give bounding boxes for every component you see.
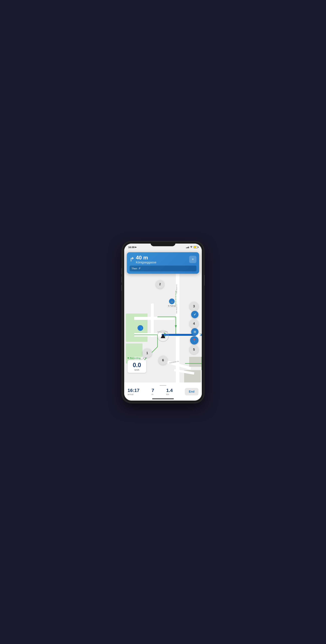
nav-banner-sub: Then ↱ bbox=[130, 266, 196, 272]
signal-bar-2 bbox=[187, 247, 187, 248]
nav-list-button[interactable]: ≡ bbox=[189, 256, 196, 263]
speed-value: 0.0 bbox=[130, 362, 143, 368]
phone-screen: Otto-Bauer-G. Otto-Bauer-G. Königseggass… bbox=[124, 244, 202, 400]
wifi-icon bbox=[190, 246, 193, 248]
nav-distance: 40 m bbox=[136, 254, 156, 261]
signal-bar-3 bbox=[188, 247, 188, 248]
layers-button[interactable]: ⊞ bbox=[191, 328, 198, 336]
recording-dot bbox=[128, 357, 129, 359]
km-unit: km bbox=[166, 393, 169, 396]
nav-banner-main: ↱ 40 m Königseggasse ≡ bbox=[130, 254, 196, 264]
status-icons bbox=[186, 246, 198, 248]
location-arrow-icon bbox=[161, 334, 165, 338]
nav-direction: ↱ 40 m Königseggasse bbox=[130, 254, 156, 264]
restroom-poi: 👥 bbox=[138, 325, 143, 331]
bottom-bar: 16:17 arrival 7 m 1.4 km End bbox=[124, 382, 202, 400]
arrival-time-item: 16:17 arrival bbox=[128, 388, 140, 396]
svg-point-31 bbox=[191, 248, 192, 248]
end-button[interactable]: End bbox=[185, 388, 198, 396]
distance-unit: m bbox=[152, 393, 153, 396]
battery-icon bbox=[194, 246, 198, 248]
map-area: Otto-Bauer-G. Otto-Bauer-G. Königseggass… bbox=[124, 244, 202, 400]
signal-bar-4 bbox=[188, 246, 189, 248]
km-item: 1.4 km bbox=[166, 388, 173, 396]
home-indicator bbox=[152, 398, 174, 399]
distance-item: 7 m bbox=[152, 388, 154, 396]
speed-unit: km/h bbox=[130, 368, 143, 371]
checkmark-button[interactable]: ✓ bbox=[191, 311, 198, 318]
add-poi-icon: 📍 bbox=[192, 338, 196, 342]
then-label: Then bbox=[132, 267, 137, 270]
time-display: 16:09 bbox=[128, 246, 134, 248]
circle-btn-5-label: 5 bbox=[193, 348, 195, 352]
battery-fill bbox=[194, 246, 196, 248]
expand-icon[interactable]: ↙↗ bbox=[143, 357, 146, 359]
checkmark-icon: ✓ bbox=[194, 312, 196, 316]
add-poi-button[interactable]: 📍 bbox=[190, 336, 198, 344]
distance-value: 7 bbox=[152, 388, 154, 393]
circle-btn-3-label: 3 bbox=[193, 304, 195, 308]
recording-panel[interactable]: Recording ↙↗ 0.0 km/h bbox=[128, 357, 146, 373]
circle-button-2[interactable]: 2 bbox=[156, 280, 164, 288]
recording-label: Recording ↙↗ bbox=[128, 357, 146, 359]
then-arrow-icon: ↱ bbox=[138, 267, 141, 270]
arrival-time-value: 16:17 bbox=[128, 388, 140, 393]
nav-banner[interactable]: ↱ 40 m Königseggasse ≡ Then ↱ bbox=[127, 252, 199, 274]
turn-arrow-icon: ↱ bbox=[130, 256, 134, 262]
bike-icon: 🚲 bbox=[170, 300, 173, 303]
circle-btn-1-label: 1 bbox=[146, 351, 148, 355]
bike-poi[interactable]: 🚲 IG Fahrrad bbox=[167, 298, 176, 307]
notch bbox=[150, 242, 176, 246]
speed-box: 0.0 km/h bbox=[128, 360, 146, 373]
gps-arrow-icon: ▶ bbox=[135, 246, 136, 248]
circle-button-1[interactable]: 1 bbox=[142, 348, 152, 358]
svg-text:Otto-Bauer-G.: Otto-Bauer-G. bbox=[176, 284, 178, 294]
svg-rect-9 bbox=[134, 317, 174, 320]
circle-btn-6-label: 6 bbox=[162, 358, 164, 362]
signal-bars bbox=[186, 246, 189, 248]
restroom-poi-icon: 👥 bbox=[138, 325, 143, 331]
phone-frame: Otto-Bauer-G. Otto-Bauer-G. Königseggass… bbox=[122, 242, 204, 402]
circle-btn-4-label: 4 bbox=[193, 322, 195, 326]
recording-text: Recording bbox=[130, 357, 140, 359]
arrival-label: arrival bbox=[128, 393, 133, 396]
bottom-info: 16:17 arrival 7 m 1.4 km End bbox=[128, 388, 198, 396]
bottom-handle bbox=[160, 385, 166, 386]
circle-button-3[interactable]: 3 bbox=[190, 302, 198, 311]
svg-rect-10 bbox=[151, 304, 154, 337]
nav-text: 40 m Königseggasse bbox=[136, 254, 156, 264]
circle-button-5[interactable]: 5 bbox=[190, 345, 198, 354]
svg-rect-3 bbox=[189, 357, 202, 367]
km-value: 1.4 bbox=[166, 388, 173, 393]
bike-poi-icon: 🚲 bbox=[169, 298, 175, 304]
bike-poi-label: IG Fahrrad bbox=[167, 305, 176, 307]
current-location bbox=[157, 330, 169, 342]
circle-btn-2-label: 2 bbox=[159, 282, 161, 286]
circle-button-6[interactable]: 6 bbox=[158, 356, 168, 365]
list-icon: ≡ bbox=[192, 258, 194, 261]
restroom-icon: 👥 bbox=[139, 327, 142, 329]
status-time: 16:09 ▶ bbox=[128, 246, 136, 248]
layers-icon: ⊞ bbox=[194, 330, 196, 334]
signal-bar-1 bbox=[186, 248, 186, 248]
nav-street: Königseggasse bbox=[136, 261, 156, 264]
circle-button-4[interactable]: 4 bbox=[190, 319, 198, 328]
